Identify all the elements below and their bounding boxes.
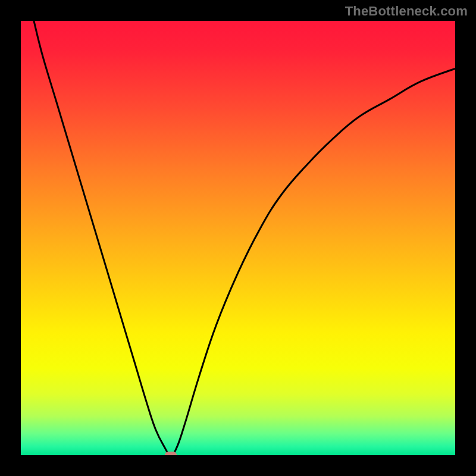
watermark-text: TheBottleneck.com — [345, 4, 468, 19]
chart-frame: TheBottleneck.com — [0, 0, 476, 476]
plot-area — [21, 21, 455, 455]
optimal-point-marker — [165, 452, 177, 455]
bottleneck-curve — [21, 21, 455, 455]
